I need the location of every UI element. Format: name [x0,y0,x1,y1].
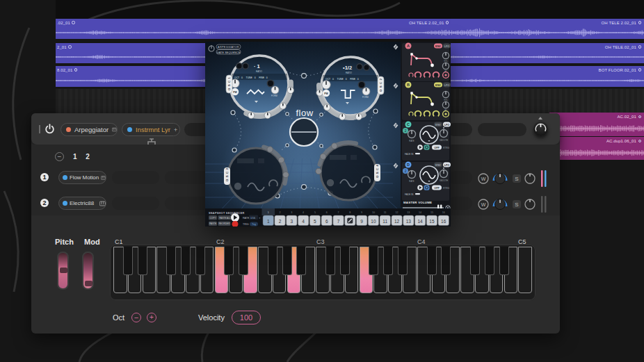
svg-text:6: 6 [325,219,328,224]
svg-text:OFF: OFF [434,187,440,190]
svg-text:9: 9 [361,211,362,214]
svg-text:9: 9 [360,219,363,224]
svg-text:14: 14 [419,211,421,214]
svg-text:3: 3 [291,211,292,214]
svg-text:VOL: VOL [444,60,448,63]
svg-text:RATE: RATE [409,180,414,183]
svg-text:FADE IN: FADE IN [405,153,414,156]
svg-text:FADE IN: FADE IN [405,193,414,196]
svg-text:12: 12 [394,219,400,224]
svg-text:1: 1 [267,219,270,224]
svg-text:2: 2 [280,211,281,214]
svg-text:ENV: ENV [435,164,441,167]
svg-text:13: 13 [407,211,410,214]
svg-text:3: 3 [290,219,293,224]
svg-text:PASTE ALL: PASTE ALL [219,217,231,220]
svg-text:RATIO: RATIO [256,70,263,73]
svg-text:5: 5 [314,211,316,214]
svg-text:2: 2 [279,219,282,224]
svg-text:FORM: FORM [362,96,369,99]
svg-text:COPY: COPY [209,217,216,220]
svg-text:10: 10 [372,211,375,214]
svg-text:8: 8 [349,211,351,214]
svg-text:D: D [407,163,410,167]
svg-text:RTRG: RTRG [443,147,449,149]
svg-text:11: 11 [383,219,387,224]
svg-text:ENV: ENV [435,124,441,126]
svg-text:LFO: LFO [444,164,450,167]
svg-text:REORDER: REORDER [219,222,231,225]
svg-text:14: 14 [417,219,423,224]
svg-text:OCT 0 TUNE 0 FINE: OCT 0 TUNE 0 FINE 0 [325,78,359,81]
svg-text:7: 7 [338,211,339,214]
svg-text:MASTER VOLUME: MASTER VOLUME [403,201,432,204]
svg-text:▾: ▾ [259,217,261,220]
svg-text:B: B [407,83,410,87]
svg-text:RATE: RATE [409,140,414,142]
svg-text:15: 15 [429,219,435,224]
svg-text:C: C [407,122,410,126]
svg-text:S: S [515,176,518,182]
svg-text:PW: PW [324,92,328,95]
svg-text:11: 11 [384,211,387,214]
svg-text:15: 15 [430,211,433,214]
svg-text:RATIO: RATIO [346,72,353,74]
svg-text:S: S [515,201,518,208]
svg-text:Trig: Trig [252,223,256,226]
svg-text:7: 7 [337,219,340,224]
svg-text:ENV: ENV [435,45,441,48]
svg-text:SMOOTH: SMOOTH [440,139,448,142]
svg-text:1/16: 1/16 [250,217,255,220]
svg-text:SMOOTH: SMOOTH [440,179,448,182]
svg-text:ENV: ENV [435,84,441,87]
svg-text:LFO: LFO [444,124,450,126]
svg-text:16: 16 [442,211,445,214]
svg-text:RATE: RATE [243,217,250,220]
svg-text:PASTE: PASTE [209,222,216,225]
svg-text:FORM: FORM [271,94,277,97]
svg-text:OCT 0 TUNE 0 FINE: OCT 0 TUNE 0 FINE 0 [234,76,268,79]
svg-text:13: 13 [406,219,412,224]
svg-text:12: 12 [396,211,399,214]
svg-text:A: A [407,44,410,48]
svg-text:10: 10 [371,219,376,224]
svg-text:SNAPSHOT SEQUENCER: SNAPSHOT SEQUENCER [209,212,245,215]
svg-text:LFO: LFO [444,84,450,87]
svg-text:OFF: OFF [434,147,440,149]
svg-text:TRIG: TRIG [243,223,249,226]
svg-text:GATE SEQUENCE: GATE SEQUENCE [217,51,241,54]
svg-text:16: 16 [441,219,446,224]
svg-text:5: 5 [314,219,316,224]
svg-text:4: 4 [303,211,304,214]
svg-text:ARPEGGIATOR: ARPEGGIATOR [218,46,239,49]
svg-text:LFO: LFO [444,45,450,48]
svg-text:VOL: VOL [444,99,448,101]
svg-text:W: W [481,202,486,207]
svg-text:RTRG: RTRG [443,187,449,190]
svg-text:· 1: · 1 [254,63,260,69]
svg-text:W: W [481,176,486,181]
svg-text:•1/2: •1/2 [343,65,352,71]
svg-text:4: 4 [302,219,305,224]
svg-text:6: 6 [326,211,328,214]
svg-text:PW: PW [233,91,237,94]
svg-text:flow: flow [296,108,313,118]
